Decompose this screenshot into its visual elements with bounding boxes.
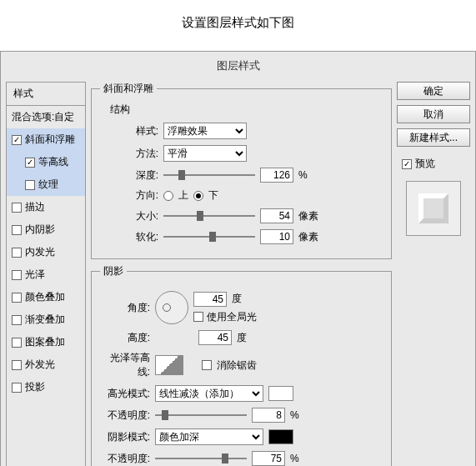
shadow-mode-label: 阴影模式: bbox=[100, 430, 150, 444]
highlight-mode-label: 高光模式: bbox=[100, 387, 150, 401]
style-item-label: 颜色叠加 bbox=[25, 290, 65, 304]
style-item[interactable]: 斜面和浮雕 bbox=[7, 128, 85, 151]
method-label: 方法: bbox=[100, 147, 158, 161]
contour-picker[interactable] bbox=[155, 355, 183, 375]
layer-style-dialog: 图层样式 样式 混合选项:自定 斜面和浮雕等高线纹理描边内阴影内发光光泽颜色叠加… bbox=[0, 51, 476, 466]
shadow-color-swatch[interactable] bbox=[268, 429, 293, 444]
style-item[interactable]: 等高线 bbox=[7, 151, 85, 173]
style-checkbox[interactable] bbox=[12, 360, 22, 370]
style-item-label: 投影 bbox=[25, 380, 45, 394]
style-item-label: 斜面和浮雕 bbox=[25, 133, 75, 147]
highlight-opacity-slider[interactable] bbox=[155, 408, 247, 423]
preview-checkbox[interactable] bbox=[402, 159, 412, 169]
style-item[interactable]: 渐变叠加 bbox=[7, 308, 85, 331]
style-item[interactable]: 外发光 bbox=[7, 353, 85, 376]
direction-down-radio[interactable] bbox=[193, 191, 203, 201]
bevel-group: 斜面和浮雕 结构 样式:浮雕效果 方法:平滑 深度:% 方向:上下 大小:像素 … bbox=[91, 82, 392, 259]
style-checkbox[interactable] bbox=[25, 158, 35, 168]
highlight-opacity-input[interactable] bbox=[252, 408, 285, 423]
global-light-checkbox[interactable] bbox=[193, 312, 203, 322]
style-checkbox[interactable] bbox=[25, 180, 35, 190]
style-item-label: 图案叠加 bbox=[25, 335, 65, 349]
style-checkbox[interactable] bbox=[12, 225, 22, 235]
dialog-title: 图层样式 bbox=[1, 52, 475, 80]
page-title: 设置图层样式如下图 bbox=[0, 0, 476, 51]
style-checkbox[interactable] bbox=[12, 270, 22, 280]
style-item-label: 渐变叠加 bbox=[25, 313, 65, 327]
depth-slider[interactable] bbox=[163, 168, 255, 183]
angle-label: 角度: bbox=[100, 301, 150, 315]
shadow-opacity-label: 不透明度: bbox=[100, 452, 150, 466]
style-item-label: 内阴影 bbox=[25, 223, 55, 237]
style-checkbox[interactable] bbox=[12, 338, 22, 348]
structure-label: 结构 bbox=[110, 103, 383, 117]
style-item[interactable]: 颜色叠加 bbox=[7, 286, 85, 308]
style-item-label: 等高线 bbox=[38, 155, 68, 169]
method-select[interactable]: 平滑 bbox=[163, 145, 247, 162]
style-checkbox[interactable] bbox=[12, 203, 22, 213]
new-style-button[interactable]: 新建样式... bbox=[397, 128, 470, 147]
style-item-label: 描边 bbox=[25, 200, 45, 214]
antialias-checkbox[interactable] bbox=[202, 360, 212, 370]
bevel-legend: 斜面和浮雕 bbox=[100, 82, 157, 96]
style-item-label: 内发光 bbox=[25, 245, 55, 259]
style-checkbox[interactable] bbox=[12, 248, 22, 258]
style-item[interactable]: 纹理 bbox=[7, 173, 85, 196]
size-slider[interactable] bbox=[163, 208, 255, 223]
style-item[interactable]: 光泽 bbox=[7, 263, 85, 286]
soften-slider[interactable] bbox=[163, 229, 255, 244]
shadow-opacity-slider[interactable] bbox=[155, 451, 247, 466]
soften-input[interactable] bbox=[260, 229, 293, 244]
style-checkbox[interactable] bbox=[12, 383, 22, 393]
shadow-mode-select[interactable]: 颜色加深 bbox=[155, 428, 263, 445]
preview-box bbox=[406, 181, 461, 236]
style-item[interactable]: 描边 bbox=[7, 196, 85, 218]
style-checkbox[interactable] bbox=[12, 293, 22, 303]
depth-label: 深度: bbox=[100, 168, 158, 183]
styles-header: 样式 bbox=[7, 83, 85, 106]
contour-label: 光泽等高线: bbox=[100, 351, 150, 379]
altitude-input[interactable] bbox=[198, 330, 232, 345]
style-item-label: 光泽 bbox=[25, 268, 45, 282]
style-select[interactable]: 浮雕效果 bbox=[163, 123, 247, 139]
highlight-color-swatch[interactable] bbox=[268, 386, 293, 401]
soften-label: 软化: bbox=[100, 230, 158, 244]
size-input[interactable] bbox=[260, 208, 293, 223]
preview-thumbnail bbox=[418, 193, 448, 223]
angle-input[interactable] bbox=[193, 292, 227, 307]
angle-dial[interactable] bbox=[155, 291, 188, 324]
style-checkbox[interactable] bbox=[12, 315, 22, 325]
style-item[interactable]: 内阴影 bbox=[7, 218, 85, 241]
style-checkbox[interactable] bbox=[12, 135, 22, 145]
altitude-label: 高度: bbox=[100, 331, 150, 345]
shading-legend: 阴影 bbox=[100, 264, 127, 278]
style-label: 样式: bbox=[100, 124, 158, 138]
preview-label: 预览 bbox=[415, 157, 435, 171]
shadow-opacity-input[interactable] bbox=[252, 451, 285, 466]
direction-up-radio[interactable] bbox=[163, 191, 173, 201]
cancel-button[interactable]: 取消 bbox=[397, 105, 470, 123]
style-item-label: 外发光 bbox=[25, 358, 55, 372]
styles-list: 样式 混合选项:自定 斜面和浮雕等高线纹理描边内阴影内发光光泽颜色叠加渐变叠加图… bbox=[6, 82, 86, 466]
depth-input[interactable] bbox=[260, 168, 293, 183]
highlight-opacity-label: 不透明度: bbox=[100, 408, 150, 423]
size-label: 大小: bbox=[100, 209, 158, 223]
highlight-mode-select[interactable]: 线性减淡（添加） bbox=[155, 385, 263, 402]
style-item-label: 纹理 bbox=[38, 178, 58, 192]
ok-button[interactable]: 确定 bbox=[397, 82, 470, 100]
style-item[interactable]: 内发光 bbox=[7, 241, 85, 263]
style-item[interactable]: 图案叠加 bbox=[7, 331, 85, 353]
shading-group: 阴影 角度: 度 使用全局光 高度:度 光泽等高线:消除锯齿 高光模式:线性减淡… bbox=[91, 264, 392, 466]
blending-options[interactable]: 混合选项:自定 bbox=[7, 106, 85, 128]
direction-label: 方向: bbox=[100, 188, 158, 203]
style-item[interactable]: 投影 bbox=[7, 376, 85, 398]
